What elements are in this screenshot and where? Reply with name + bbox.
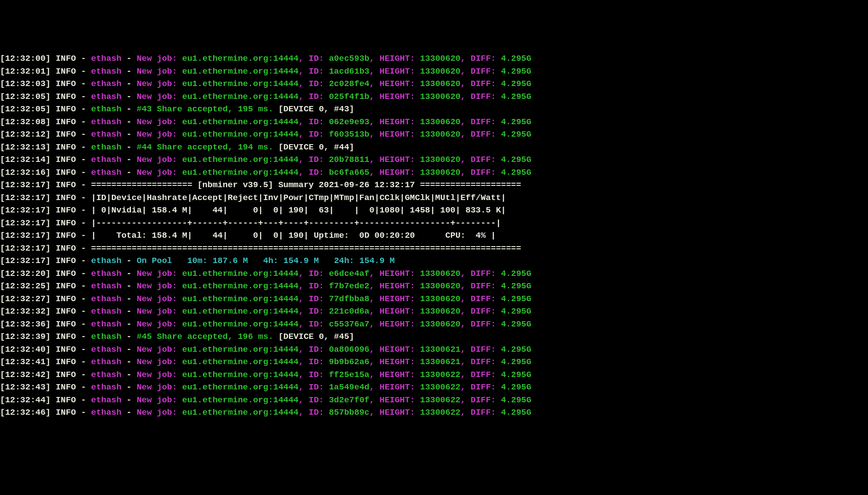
log-level: INFO — [55, 54, 76, 63]
pool-address: eu1.ethermine.org:14444 — [182, 294, 299, 304]
algo-tag: ethash — [91, 319, 121, 329]
id-label: ID: — [309, 79, 324, 89]
timestamp: [12:32:05] — [0, 104, 51, 114]
log-line: [12:32:43] INFO - ethash - New job: eu1.… — [0, 381, 868, 394]
log-line: [12:32:25] INFO - ethash - New job: eu1.… — [0, 280, 868, 293]
log-line: [12:32:17] INFO - ==================== [… — [0, 179, 868, 192]
difficulty: 4.295G — [501, 92, 531, 102]
algo-tag: ethash — [91, 306, 121, 316]
log-level: INFO — [55, 294, 76, 304]
pool-address: eu1.ethermine.org:14444 — [182, 382, 299, 392]
pool-address: eu1.ethermine.org:14444 — [182, 269, 299, 279]
log-line: [12:32:05] INFO - ethash - New job: eu1.… — [0, 90, 868, 103]
algo-tag: ethash — [91, 370, 121, 380]
timestamp: [12:32:17] — [0, 218, 51, 228]
share-number: #44 — [137, 142, 152, 152]
difficulty: 4.295G — [501, 306, 531, 316]
height-label: HEIGHT: — [379, 117, 415, 127]
new-job-label: New job: — [137, 168, 177, 177]
algo-tag: ethash — [91, 269, 121, 279]
pool-24h: 24h: 154.9 M — [334, 256, 395, 266]
diff-label: DIFF: — [471, 168, 496, 177]
job-id: bc6fa665 — [329, 168, 369, 177]
algo-tag: ethash — [91, 395, 121, 405]
timestamp: [12:32:14] — [0, 155, 51, 165]
log-level: INFO — [55, 332, 76, 342]
log-level: INFO — [55, 155, 76, 165]
summary-line: |ID|Device|Hashrate|Accept|Reject|Inv|Po… — [91, 193, 506, 203]
height-label: HEIGHT: — [379, 155, 415, 165]
difficulty: 4.295G — [501, 319, 531, 329]
pool-address: eu1.ethermine.org:14444 — [182, 130, 299, 139]
log-line: [12:32:44] INFO - ethash - New job: eu1.… — [0, 394, 868, 407]
timestamp: [12:32:27] — [0, 294, 51, 304]
share-latency: 196 ms. — [238, 332, 273, 342]
log-line: [12:32:39] INFO - ethash - #45 Share acc… — [0, 330, 868, 343]
diff-label: DIFF: — [471, 306, 496, 316]
log-level: INFO — [55, 256, 76, 266]
log-line: [12:32:36] INFO - ethash - New job: eu1.… — [0, 318, 868, 331]
log-level: INFO — [55, 370, 76, 380]
pool-address: eu1.ethermine.org:14444 — [182, 370, 299, 380]
log-line: [12:32:14] INFO - ethash - New job: eu1.… — [0, 153, 868, 166]
job-id: e6dce4af — [329, 269, 369, 279]
terminal-output: { "pool": "eu1.ethermine.org:14444", "li… — [0, 0, 868, 484]
difficulty: 4.295G — [501, 130, 531, 139]
difficulty: 4.295G — [501, 67, 531, 76]
algo-tag: ethash — [91, 92, 121, 102]
new-job-label: New job: — [137, 370, 177, 380]
share-accepted-label: Share accepted, — [157, 142, 233, 152]
log-line: [12:32:46] INFO - ethash - New job: eu1.… — [0, 406, 868, 419]
timestamp: [12:32:40] — [0, 345, 51, 354]
timestamp: [12:32:17] — [0, 205, 51, 215]
log-level: INFO — [55, 180, 76, 190]
timestamp: [12:32:03] — [0, 79, 51, 89]
log-line: [12:32:40] INFO - ethash - New job: eu1.… — [0, 343, 868, 356]
share-number: #43 — [137, 104, 152, 114]
job-id: f603513b — [329, 130, 369, 139]
height-label: HEIGHT: — [379, 269, 415, 279]
on-pool-label: On Pool — [137, 256, 172, 266]
summary-line: | Total: 158.4 M| 44| 0| 0| 190| Uptime:… — [91, 231, 496, 240]
id-label: ID: — [309, 281, 324, 291]
log-line: [12:32:13] INFO - ethash - #44 Share acc… — [0, 141, 868, 154]
log-level: INFO — [55, 92, 76, 102]
log-line: [12:32:17] INFO - | 0|Nvidia| 158.4 M| 4… — [0, 204, 868, 217]
log-level: INFO — [55, 142, 76, 152]
height-label: HEIGHT: — [379, 54, 415, 63]
height-label: HEIGHT: — [379, 67, 415, 76]
pool-address: eu1.ethermine.org:14444 — [182, 117, 299, 127]
log-level: INFO — [55, 130, 76, 139]
difficulty: 4.295G — [501, 117, 531, 127]
id-label: ID: — [309, 345, 324, 354]
height-label: HEIGHT: — [379, 168, 415, 177]
new-job-label: New job: — [137, 306, 177, 316]
job-id: 025f4f1b — [329, 92, 369, 102]
id-label: ID: — [309, 269, 324, 279]
diff-label: DIFF: — [471, 395, 496, 405]
share-device: [DEVICE 0, #45] — [278, 332, 354, 342]
height-label: HEIGHT: — [379, 357, 415, 367]
job-id: 77dfbba8 — [329, 294, 369, 304]
algo-tag: ethash — [91, 67, 121, 76]
block-height: 13300620 — [420, 319, 460, 329]
log-level: INFO — [55, 193, 76, 203]
share-latency: 194 ms. — [238, 142, 273, 152]
job-id: 062e9e93 — [329, 117, 369, 127]
height-label: HEIGHT: — [379, 92, 415, 102]
diff-label: DIFF: — [471, 294, 496, 304]
timestamp: [12:32:44] — [0, 395, 51, 405]
log-line: [12:32:16] INFO - ethash - New job: eu1.… — [0, 166, 868, 179]
job-id: f7b7ede2 — [329, 281, 369, 291]
block-height: 13300620 — [420, 54, 460, 63]
difficulty: 4.295G — [501, 155, 531, 165]
difficulty: 4.295G — [501, 345, 531, 354]
algo-tag: ethash — [91, 130, 121, 139]
log-line: [12:32:41] INFO - ethash - New job: eu1.… — [0, 356, 868, 369]
timestamp: [12:32:16] — [0, 168, 51, 177]
algo-tag: ethash — [91, 382, 121, 392]
pool-address: eu1.ethermine.org:14444 — [182, 395, 299, 405]
new-job-label: New job: — [137, 281, 177, 291]
job-id: 2c028fe4 — [329, 79, 369, 89]
id-label: ID: — [309, 130, 324, 139]
